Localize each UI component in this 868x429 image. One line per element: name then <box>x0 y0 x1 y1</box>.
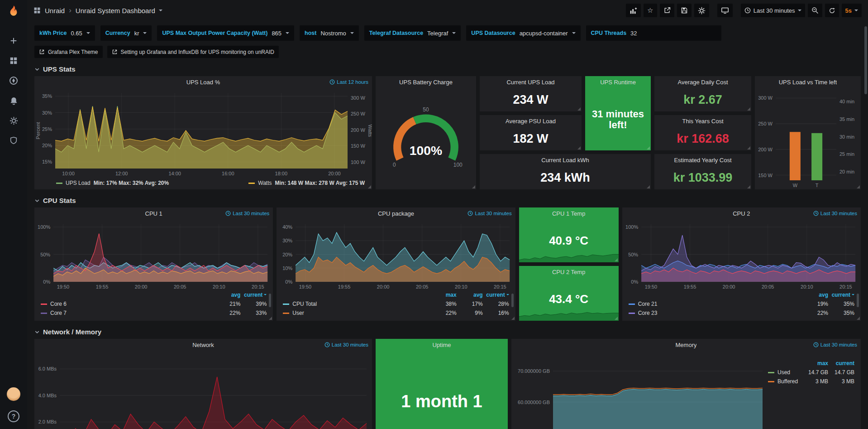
panel-time-range-badge[interactable]: Last 30 minutes <box>467 211 511 216</box>
panel-title[interactable]: CPU 1 <box>145 210 162 217</box>
legend-header-current[interactable]: current <box>483 292 509 298</box>
panel-title[interactable]: CPU 2 <box>733 210 750 217</box>
legend-row[interactable]: CPU Total38%17%28% <box>283 299 509 308</box>
alerting-bell-icon[interactable] <box>6 93 21 108</box>
panel-title[interactable]: Current Load kWh <box>541 157 589 164</box>
battery-gauge[interactable]: 0 50 100 100% <box>376 88 476 189</box>
svg-text:300 W: 300 W <box>351 95 365 101</box>
legend-header-max[interactable]: max <box>430 292 457 298</box>
refresh-interval-button[interactable]: 5s <box>842 4 862 17</box>
legend-item-watts[interactable]: Watts Min: 148 W Max: 278 W Avg: 175 W <box>248 180 365 186</box>
svg-text:20:10: 20:10 <box>213 284 225 289</box>
panel-title[interactable]: UPS Load vs Time left <box>779 79 837 86</box>
apps-grid-icon[interactable] <box>33 3 41 18</box>
time-range-button[interactable]: Last 30 minutes <box>741 4 805 17</box>
grafana-logo[interactable] <box>6 5 21 22</box>
panel-title[interactable]: CPU package <box>378 210 414 217</box>
create-plus-icon[interactable] <box>6 33 21 48</box>
panel-title[interactable]: CPU 1 Temp <box>552 210 585 217</box>
server-admin-shield-icon[interactable] <box>6 133 21 148</box>
link-grafana-plex-theme[interactable]: Grafana Plex Theme <box>34 46 103 58</box>
badge-label: Last 30 minutes <box>332 342 368 347</box>
breadcrumb-dashboard-title[interactable]: Unraid System Dashboard <box>76 7 162 14</box>
legend-scrollbar[interactable] <box>511 294 514 307</box>
panel-title[interactable]: Average PSU Load <box>506 118 556 125</box>
legend-header-current[interactable]: current <box>828 292 854 298</box>
dashboards-icon[interactable] <box>6 53 21 68</box>
help-icon[interactable]: ? <box>8 410 19 422</box>
panel-title[interactable]: Memory <box>676 342 697 348</box>
panel-time-range-badge[interactable]: Last 30 minutes <box>324 342 368 347</box>
caret-down-icon <box>143 32 147 36</box>
refresh-button[interactable] <box>825 4 839 17</box>
panel-time-range-badge[interactable]: Last 30 minutes <box>813 342 857 347</box>
cpu-threads-input[interactable] <box>630 27 716 39</box>
cpu1-chart[interactable]: 0%50%100%19:5019:5520:0020:0520:1020:15 <box>34 220 273 291</box>
panel-title[interactable]: UPS Battery Charge <box>399 79 453 86</box>
add-panel-button[interactable] <box>626 4 641 17</box>
section-network-memory[interactable]: Network / Memory <box>34 328 861 336</box>
cpu-package-chart[interactable]: 0%10%20%30%40%19:5019:5520:0020:0520:102… <box>277 220 515 291</box>
ups-load-chart[interactable]: 15%20%25%30%35%100 W150 W200 W250 W300 W… <box>34 88 372 178</box>
panel-time-range-badge[interactable]: Last 12 hours <box>329 79 368 85</box>
section-title: Network / Memory <box>43 328 101 336</box>
tv-mode-button[interactable] <box>717 4 733 17</box>
explore-compass-icon[interactable] <box>6 73 21 88</box>
configuration-gear-icon[interactable] <box>6 113 21 128</box>
section-ups-stats[interactable]: UPS Stats <box>34 65 861 73</box>
save-button[interactable] <box>677 4 692 17</box>
legend-row[interactable]: Buffered3 MB3 MB <box>768 377 854 386</box>
panel-current-ups-load: Current UPS Load 234 W <box>480 76 582 111</box>
legend-row[interactable]: Core 2119%35% <box>629 299 854 308</box>
variable-ups-max-output[interactable]: UPS Max Output Power Capacity (Watt) 865 <box>157 25 294 41</box>
legend-row[interactable]: Core 722%33% <box>41 308 267 318</box>
user-avatar[interactable] <box>7 387 20 401</box>
legend-scrollbar[interactable] <box>269 294 271 307</box>
link-ups-monitoring-guide[interactable]: Setting up Grafana and InfluxDB for UPS … <box>107 46 279 58</box>
ups-load-vs-time-chart[interactable]: 150 W200 W250 W300 W20 min25 min30 min35… <box>755 88 861 189</box>
dashboard-settings-button[interactable] <box>694 4 709 17</box>
breadcrumb-org[interactable]: Unraid <box>45 7 65 14</box>
panel-cpu1-temp: CPU 1 Temp 40.9 °C <box>519 207 619 262</box>
legend-header-avg[interactable]: avg <box>802 292 828 298</box>
panel-time-range-badge[interactable]: Last 30 minutes <box>225 211 269 216</box>
panel-time-range-badge[interactable]: Last 30 minutes <box>813 211 857 216</box>
page-scrollbar[interactable] <box>864 26 867 94</box>
variable-currency[interactable]: Currency kr <box>100 25 152 41</box>
panel-title[interactable]: UPS Load % <box>186 79 220 86</box>
variable-kwh-price[interactable]: kWh Price 0.65 <box>34 25 95 41</box>
legend-scrollbar[interactable] <box>857 294 859 307</box>
section-cpu-stats[interactable]: CPU Stats <box>34 197 861 204</box>
network-chart[interactable]: 2.0 MBs4.0 MBs6.0 MBs <box>34 351 372 429</box>
star-button[interactable]: ☆ <box>644 4 657 17</box>
legend-item-ups-load[interactable]: UPS Load Min: 17% Max: 32% Avg: 20% <box>56 180 169 186</box>
panel-title[interactable]: Current UPS Load <box>506 79 554 86</box>
panel-title[interactable]: This Years Cost <box>682 118 723 125</box>
panel-title[interactable]: Network <box>192 342 214 348</box>
legend-row[interactable]: User22%9%16% <box>283 308 509 318</box>
variable-telegraf-datasource[interactable]: Telegraf Datasource Telegraf <box>364 25 461 41</box>
panel-title[interactable]: Estimated Yearly Cost <box>674 157 731 164</box>
legend-header-avg[interactable]: avg <box>457 292 483 298</box>
legend-row[interactable]: Used14.7 GB14.7 GB <box>768 368 854 377</box>
variable-host[interactable]: host Nostromo <box>300 25 359 41</box>
legend-row[interactable]: Core 2322%35% <box>629 308 854 318</box>
zoom-out-button[interactable] <box>808 4 822 17</box>
panel-title[interactable]: CPU 2 Temp <box>552 269 585 275</box>
panel-ups-battery-charge: UPS Battery Charge 0 50 100 100% <box>376 76 476 189</box>
variable-ups-datasource[interactable]: UPS Datasource apcupsd-container <box>466 25 580 41</box>
legend-header-max[interactable]: max <box>802 360 828 366</box>
legend-header-avg[interactable]: avg <box>214 292 240 298</box>
svg-text:19:50: 19:50 <box>644 284 657 289</box>
panel-estimated-yearly-cost: Estimated Yearly Cost kr 1033.99 <box>654 154 751 189</box>
share-button[interactable] <box>660 4 674 17</box>
legend-swatch <box>248 183 255 184</box>
cpu2-chart[interactable]: 0%50%100%19:5019:5520:0020:0520:1020:15 <box>622 220 861 291</box>
legend-row[interactable]: Core 621%39% <box>41 299 267 308</box>
legend-header-current[interactable]: current <box>240 292 267 298</box>
memory-chart[interactable]: 50.000000 GB60.000000 GB70.000000 GB <box>511 351 768 429</box>
legend-header-current[interactable]: current <box>828 360 854 366</box>
panel-title[interactable]: UPS Runtime <box>600 79 636 86</box>
panel-title[interactable]: Uptime <box>432 342 451 348</box>
panel-title[interactable]: Average Daily Cost <box>677 79 728 86</box>
